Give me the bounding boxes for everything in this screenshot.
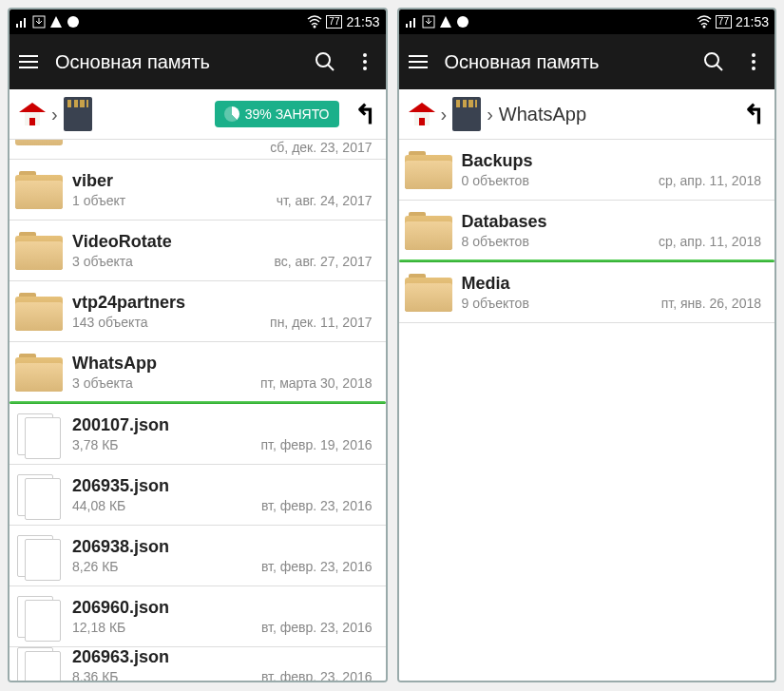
status-bar: 77 21:53	[399, 10, 775, 34]
folder-icon	[15, 232, 63, 270]
sync-icon	[456, 15, 469, 29]
sync-icon	[67, 15, 80, 29]
chevron-icon: ›	[51, 104, 58, 125]
svg-point-7	[702, 26, 705, 29]
battery-level: 77	[326, 15, 342, 29]
folder-icon	[15, 293, 63, 331]
battery-level: 77	[716, 15, 732, 29]
folder-icon	[405, 151, 452, 189]
up-icon[interactable]: ↰	[354, 99, 376, 130]
up-icon[interactable]: ↰	[743, 99, 765, 130]
list-item-whatsapp[interactable]: WhatsApp3 объектапт, марта 30, 2018	[10, 342, 386, 403]
folder-icon	[15, 354, 63, 392]
svg-point-6	[457, 16, 468, 28]
svg-line-4	[328, 65, 334, 70]
list-item[interactable]: vtp24partners143 объектапн, дек. 11, 201…	[10, 281, 386, 342]
status-bar: 77 21:53	[10, 10, 386, 34]
file-icon	[15, 413, 63, 455]
list-item[interactable]: Backups0 объектовср, апр. 11, 2018	[399, 140, 775, 201]
phone-right: 77 21:53 Основная память › › WhatsApp ↰ …	[397, 8, 777, 682]
warning-icon	[439, 15, 452, 29]
download-icon	[32, 15, 46, 29]
file-icon	[15, 647, 63, 681]
svg-point-2	[314, 26, 316, 29]
crumb-whatsapp[interactable]: WhatsApp	[499, 104, 586, 125]
list-item-databases[interactable]: Databases8 объектовср, апр. 11, 2018	[399, 201, 775, 261]
file-icon	[15, 474, 63, 516]
svg-point-1	[67, 16, 79, 28]
list-item[interactable]: viber1 объектчт, авг. 24, 2017	[10, 160, 386, 221]
signal-icon	[15, 15, 29, 29]
phone-left: 77 21:53 Основная память › 39% ЗАНЯТО ↰ …	[8, 8, 388, 682]
file-list[interactable]: Backups0 объектовср, апр. 11, 2018 Datab…	[399, 140, 775, 681]
action-bar: Основная память	[399, 34, 775, 89]
clock: 21:53	[346, 14, 379, 29]
list-item[interactable]: 200107.json3,78 КБпт, февр. 19, 2016	[10, 404, 386, 465]
pie-icon	[224, 106, 239, 122]
list-item[interactable]: Media9 объектовпт, янв. 26, 2018	[399, 262, 775, 323]
page-title: Основная память	[55, 51, 296, 73]
wifi-icon	[307, 15, 322, 29]
sdcard-icon[interactable]	[64, 97, 92, 131]
more-icon[interactable]	[354, 50, 376, 73]
list-item[interactable]: 206938.json8,26 КБвт, февр. 23, 2016	[10, 526, 386, 586]
list-item[interactable]: 206960.json12,18 КБвт, февр. 23, 2016	[10, 586, 386, 647]
action-bar: Основная память	[10, 34, 386, 89]
list-item[interactable]: 206935.json44,08 КБвт, февр. 23, 2016	[10, 465, 386, 526]
chevron-icon: ›	[487, 104, 493, 125]
sdcard-icon[interactable]	[452, 97, 481, 131]
list-item[interactable]: сб, дек. 23, 2017	[10, 140, 386, 160]
page-title: Основная память	[445, 51, 686, 73]
file-list[interactable]: сб, дек. 23, 2017 viber1 объектчт, авг. …	[10, 140, 386, 681]
warning-icon	[49, 15, 63, 29]
list-item[interactable]: VideoRotate3 объектавс, авг. 27, 2017	[10, 221, 386, 281]
menu-icon[interactable]	[19, 55, 38, 68]
file-icon	[15, 596, 63, 638]
folder-icon	[405, 212, 452, 250]
svg-point-3	[316, 53, 330, 67]
signal-icon	[405, 15, 418, 29]
svg-point-8	[705, 53, 718, 67]
folder-icon	[15, 171, 63, 209]
more-icon[interactable]	[742, 50, 765, 73]
folder-icon	[405, 274, 452, 312]
home-icon[interactable]	[409, 101, 435, 127]
search-icon[interactable]	[314, 50, 336, 73]
list-item[interactable]: 206963.json8,36 КБвт, февр. 23, 2016	[10, 647, 386, 681]
wifi-icon	[697, 15, 712, 29]
file-icon	[15, 535, 63, 577]
storage-text: 39% ЗАНЯТО	[245, 106, 330, 122]
breadcrumb: › 39% ЗАНЯТО ↰	[10, 89, 386, 140]
home-icon[interactable]	[19, 101, 46, 127]
storage-badge[interactable]: 39% ЗАНЯТО	[215, 101, 339, 127]
chevron-icon: ›	[441, 104, 448, 125]
clock: 21:53	[736, 14, 769, 29]
download-icon	[422, 15, 435, 29]
search-icon[interactable]	[702, 50, 725, 73]
menu-icon[interactable]	[409, 55, 428, 68]
svg-line-9	[717, 65, 722, 70]
breadcrumb: › › WhatsApp ↰	[399, 89, 775, 140]
